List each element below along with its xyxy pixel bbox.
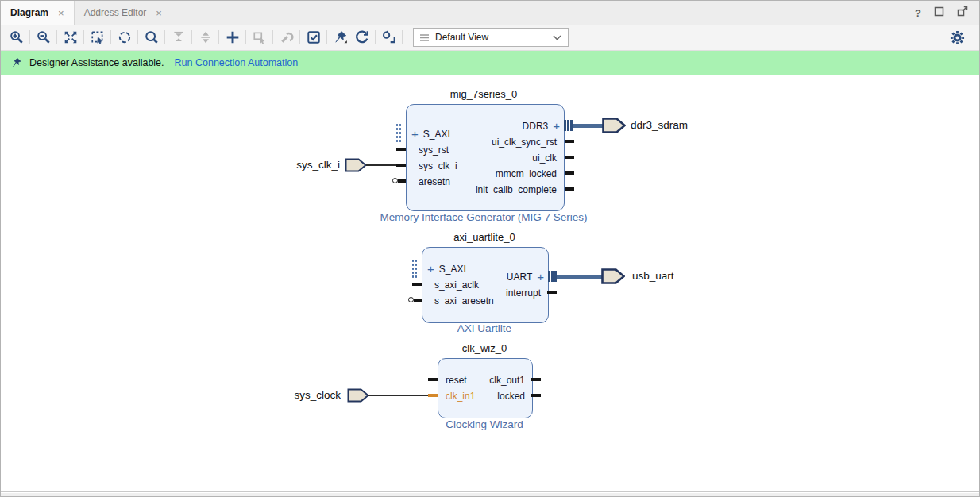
pin-label: ui_clk_sync_rst <box>492 137 557 148</box>
block-mig-7series[interactable]: + S_AXI sys_rst sys_clk_i aresetn DDR3 +… <box>406 104 565 211</box>
help-icon[interactable]: ? <box>915 7 921 19</box>
pin-stub[interactable] <box>396 148 406 151</box>
pin-stub[interactable] <box>428 378 438 381</box>
zoom-in-icon[interactable] <box>6 27 27 48</box>
tab-diagram[interactable]: Diagram × <box>1 1 75 25</box>
tab-diagram-close-icon[interactable]: × <box>58 7 64 19</box>
pin-ui-clk[interactable]: ui_clk <box>407 150 564 166</box>
tab-bar: Diagram × Address Editor × ? <box>1 1 979 25</box>
pin-label: ui_clk <box>532 152 557 164</box>
net-ddr3[interactable] <box>573 124 603 128</box>
view-selector-value: Default View <box>435 32 546 43</box>
active-low-bubble <box>392 178 398 183</box>
pin-label: interrupt <box>506 287 541 299</box>
tab-address-editor[interactable]: Address Editor × <box>75 1 172 25</box>
window-bottom-edge <box>1 493 979 497</box>
float-window-icon[interactable] <box>957 6 968 20</box>
optimize-routing-icon[interactable] <box>378 27 399 48</box>
unconnected-interface-dots <box>395 123 403 144</box>
banner-message: Designer Assistance available. <box>29 57 164 68</box>
expand-interface-icon[interactable]: + <box>537 272 544 283</box>
titlebar-controls: ? <box>915 1 979 25</box>
external-port-label: usb_uart <box>632 269 674 283</box>
designer-assistance-banner: Designer Assistance available. Run Conne… <box>1 51 979 75</box>
zoom-out-icon[interactable] <box>33 27 54 48</box>
autofit-selection-icon[interactable] <box>114 27 135 48</box>
pin-clk-out1[interactable]: clk_out1 <box>438 372 532 388</box>
pin-label: UART <box>507 272 532 283</box>
tab-address-editor-label: Address Editor <box>84 7 147 18</box>
pin-uart[interactable]: UART + <box>422 269 548 285</box>
search-icon[interactable] <box>141 27 162 48</box>
pin-stub[interactable] <box>531 378 541 381</box>
chevron-down-icon <box>553 35 561 40</box>
customize-block-icon[interactable] <box>276 27 297 48</box>
diagram-toolbar: Default View <box>1 25 979 51</box>
block-instance-name: axi_uartlite_0 <box>405 231 564 243</box>
bus-hatch <box>567 120 569 131</box>
pin-init-calib-complete[interactable]: init_calib_complete <box>407 182 564 198</box>
pin-ddr3[interactable]: DDR3 + <box>407 118 564 134</box>
pin-ui-clk-sync-rst[interactable]: ui_clk_sync_rst <box>407 134 564 150</box>
pin-label: clk_out1 <box>489 375 525 386</box>
block-type-caption: Clocking Wizard <box>405 418 564 430</box>
pin-stub[interactable] <box>412 283 422 286</box>
tab-address-editor-close-icon[interactable]: × <box>156 7 162 19</box>
pin-stub[interactable] <box>398 179 406 183</box>
external-port-sys-clk-i[interactable] <box>345 158 367 175</box>
zoom-to-selection-icon[interactable] <box>87 27 108 48</box>
pin-stub[interactable] <box>428 394 438 397</box>
pin-stub[interactable] <box>565 187 574 191</box>
external-port-usb-uart[interactable] <box>601 268 625 287</box>
make-external-icon[interactable] <box>249 27 270 48</box>
block-type-caption: Memory Interface Generator (MIG 7 Series… <box>325 211 642 223</box>
expand-interface-icon[interactable]: + <box>553 121 560 132</box>
pin-stub[interactable] <box>565 140 574 143</box>
unconnected-interface-dots <box>411 259 419 279</box>
layout-list-icon <box>420 34 429 41</box>
pin-mmcm-locked[interactable]: mmcm_locked <box>407 166 564 182</box>
expand-block-icon[interactable] <box>195 27 216 48</box>
diagram-canvas[interactable]: mig_7series_0 + S_AXI sys_rst sys_clk_i … <box>1 75 979 492</box>
bus-hatch <box>551 271 554 282</box>
net-sys-clock[interactable] <box>368 395 428 396</box>
collapse-block-icon[interactable] <box>168 27 189 48</box>
pin-stub[interactable] <box>547 291 557 294</box>
pin-label: DDR3 <box>523 121 549 132</box>
maximize-icon[interactable] <box>934 6 944 20</box>
pin-stub[interactable] <box>396 164 406 167</box>
pin-stub[interactable] <box>565 156 574 159</box>
pin-icon[interactable] <box>330 27 351 48</box>
pin-label: init_calib_complete <box>476 184 557 195</box>
external-port-label: sys_clock <box>261 388 341 403</box>
settings-gear-icon[interactable] <box>947 27 968 48</box>
pin-interrupt[interactable]: interrupt <box>422 285 548 301</box>
external-port-ddr3-sdram[interactable] <box>602 118 626 137</box>
external-port-sys-clock[interactable] <box>347 388 369 406</box>
pin-locked[interactable]: locked <box>438 388 532 404</box>
pin-stub[interactable] <box>531 394 541 397</box>
bus-hatch <box>548 271 550 282</box>
run-connection-automation-link[interactable]: Run Connection Automation <box>175 57 299 68</box>
view-selector-dropdown[interactable]: Default View <box>413 28 569 47</box>
pin-label: mmcm_locked <box>496 168 557 179</box>
block-clk-wiz[interactable]: reset clk_in1 clk_out1 locked <box>438 358 533 418</box>
active-low-bubble <box>408 297 414 302</box>
regenerate-layout-icon[interactable] <box>351 27 372 48</box>
pin-stub[interactable] <box>565 171 574 175</box>
block-instance-name: mig_7series_0 <box>404 88 563 100</box>
add-ip-icon[interactable] <box>222 27 243 48</box>
designer-assistance-pin-icon <box>11 56 22 69</box>
pin-label: locked <box>497 391 525 402</box>
external-port-label: ddr3_sdram <box>631 118 688 133</box>
block-type-caption: AXI Uartlite <box>405 322 564 334</box>
net-sys-clk-i[interactable] <box>366 164 396 166</box>
vivado-diagram-window: Diagram × Address Editor × ? <box>0 0 980 497</box>
block-axi-uartlite[interactable]: + S_AXI s_axi_aclk s_axi_aresetn UART + … <box>422 247 549 323</box>
pin-stub[interactable] <box>414 299 422 302</box>
zoom-fit-icon[interactable] <box>60 27 81 48</box>
validate-design-icon[interactable] <box>303 27 324 48</box>
tab-diagram-label: Diagram <box>10 7 48 18</box>
bus-hatch <box>564 120 566 131</box>
net-uart[interactable] <box>557 275 602 279</box>
